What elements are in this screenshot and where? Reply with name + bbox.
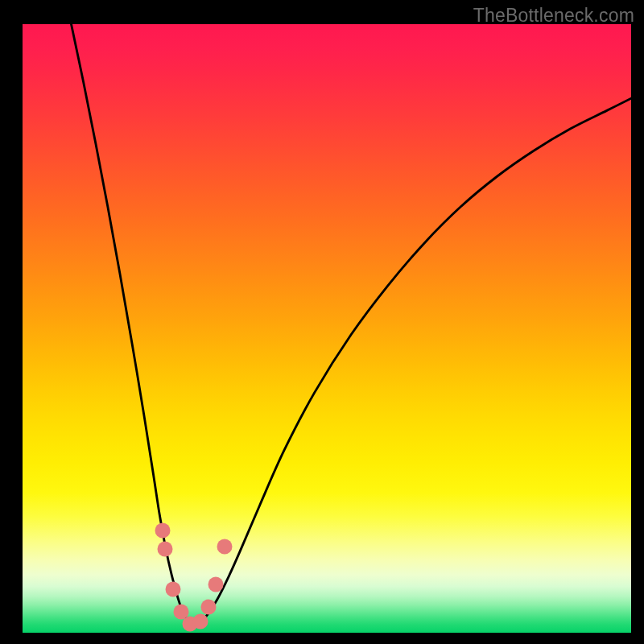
highlight-marker [165, 581, 180, 597]
marker-layer [23, 24, 631, 633]
plot-inner [23, 24, 631, 633]
chart-stage: TheBottleneck.com [0, 0, 644, 644]
highlight-marker [155, 522, 170, 538]
watermark-text: TheBottleneck.com [473, 5, 634, 27]
highlight-marker [208, 576, 224, 592]
plot-frame [23, 24, 631, 633]
highlight-marker [192, 614, 208, 630]
highlight-marker [157, 541, 172, 556]
highlight-marker [200, 600, 216, 615]
highlight-marker [217, 539, 232, 554]
